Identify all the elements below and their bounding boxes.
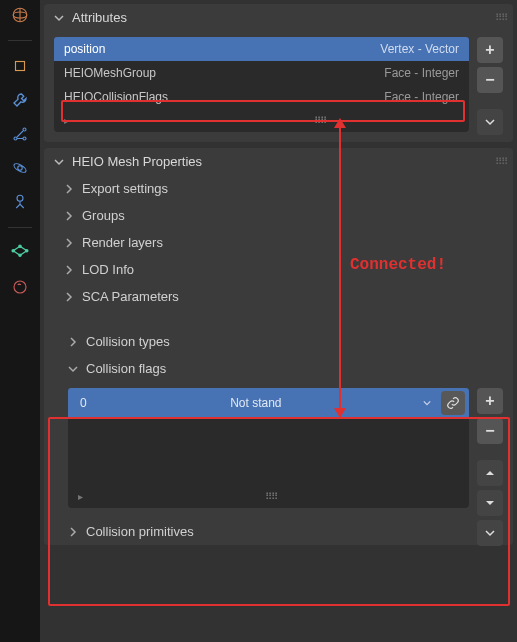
resize-grip-icon[interactable]: ⠿⠿ <box>265 491 277 502</box>
attributes-header[interactable]: Attributes ⠿⠿ <box>44 4 513 31</box>
move-up-button[interactable] <box>477 460 503 486</box>
svg-point-8 <box>17 195 23 201</box>
particles-tab-icon[interactable] <box>9 123 31 145</box>
row-label: SCA Parameters <box>82 289 179 304</box>
svg-point-13 <box>14 281 26 293</box>
collision-flags-list[interactable]: 0 Not stand ▸ ⠿⠿ <box>68 388 469 508</box>
chevron-right-icon <box>66 525 80 539</box>
attributes-panel: Attributes ⠿⠿ + − position Vertex - Vect… <box>44 4 513 142</box>
chevron-down-icon <box>52 11 66 25</box>
row-label: Groups <box>82 208 125 223</box>
list-footer: ▸ ⠿⠿ <box>68 491 469 502</box>
row-label: Collision types <box>86 334 170 349</box>
svg-point-3 <box>14 137 17 140</box>
expand-icon[interactable]: ▸ <box>64 115 69 126</box>
add-flag-button[interactable]: + <box>477 388 503 414</box>
collision-primitives-row[interactable]: Collision primitives <box>58 518 513 545</box>
groups-row[interactable]: Groups <box>44 202 513 229</box>
collision-types-row[interactable]: Collision types <box>58 328 513 355</box>
attribute-type: Face - Integer <box>384 90 459 104</box>
render-layers-row[interactable]: Render layers <box>44 229 513 256</box>
export-settings-row[interactable]: Export settings <box>44 175 513 202</box>
attribute-row[interactable]: position Vertex - Vector <box>54 37 469 61</box>
chevron-right-icon <box>62 182 76 196</box>
row-label: LOD Info <box>82 262 134 277</box>
chevron-right-icon <box>66 335 80 349</box>
row-label: Export settings <box>82 181 168 196</box>
panel-title: HEIO Mesh Properties <box>72 154 505 169</box>
flag-menu-button[interactable] <box>477 520 503 546</box>
remove-flag-button[interactable]: − <box>477 418 503 444</box>
svg-point-7 <box>13 162 28 174</box>
attribute-type: Vertex - Vector <box>380 42 459 56</box>
material-tab-icon[interactable] <box>9 276 31 298</box>
attribute-list[interactable]: position Vertex - Vector HEIOMeshGroup F… <box>54 37 469 132</box>
move-down-button[interactable] <box>477 490 503 516</box>
svg-point-10 <box>12 250 14 252</box>
flag-row[interactable]: 0 Not stand <box>68 388 469 418</box>
attribute-name: HEIOMeshGroup <box>64 66 156 80</box>
properties-main: Attributes ⠿⠿ + − position Vertex - Vect… <box>40 0 517 642</box>
list-footer: ▸ ⠿⠿ <box>54 109 469 132</box>
svg-rect-2 <box>16 62 25 71</box>
sca-parameters-row[interactable]: SCA Parameters <box>44 283 513 310</box>
row-label: Collision primitives <box>86 524 194 539</box>
modifiers-tab-icon[interactable] <box>9 89 31 111</box>
svg-point-9 <box>19 245 21 247</box>
world-tab-icon[interactable] <box>9 4 31 26</box>
drag-grip-icon[interactable]: ⠿⠿ <box>495 12 507 23</box>
link-icon[interactable] <box>441 391 465 415</box>
svg-point-6 <box>18 166 23 171</box>
heio-header[interactable]: HEIO Mesh Properties ⠿⠿ <box>44 148 513 175</box>
heio-panel: HEIO Mesh Properties ⠿⠿ Export settings … <box>44 148 513 545</box>
chevron-right-icon <box>62 209 76 223</box>
physics-tab-icon[interactable] <box>9 157 31 179</box>
row-label: Collision flags <box>86 361 166 376</box>
drag-grip-icon[interactable]: ⠿⠿ <box>495 156 507 167</box>
panel-title: Attributes <box>72 10 505 25</box>
expand-icon[interactable]: ▸ <box>78 491 83 502</box>
attribute-name: HEIOCollisionFlags <box>64 90 168 104</box>
remove-attribute-button[interactable]: − <box>477 67 503 93</box>
chevron-down-icon <box>66 362 80 376</box>
properties-tab-bar <box>0 0 40 642</box>
flag-name: Not stand <box>95 396 417 410</box>
attribute-type: Face - Integer <box>384 66 459 80</box>
chevron-right-icon <box>62 290 76 304</box>
svg-point-4 <box>23 128 26 131</box>
chevron-right-icon <box>62 263 76 277</box>
flag-index: 0 <box>72 396 95 410</box>
svg-point-11 <box>26 250 28 252</box>
svg-point-5 <box>23 137 26 140</box>
mesh-data-tab-icon[interactable] <box>9 242 31 264</box>
chevron-down-icon[interactable] <box>417 396 437 410</box>
attribute-menu-button[interactable] <box>477 109 503 135</box>
object-tab-icon[interactable] <box>9 55 31 77</box>
attribute-row[interactable]: HEIOCollisionFlags Face - Integer <box>54 85 469 109</box>
row-label: Render layers <box>82 235 163 250</box>
chevron-down-icon <box>52 155 66 169</box>
add-attribute-button[interactable]: + <box>477 37 503 63</box>
attribute-row[interactable]: HEIOMeshGroup Face - Integer <box>54 61 469 85</box>
svg-point-12 <box>19 254 21 256</box>
chevron-right-icon <box>62 236 76 250</box>
resize-grip-icon[interactable]: ⠿⠿ <box>314 115 326 126</box>
lod-info-row[interactable]: LOD Info <box>44 256 513 283</box>
collision-flags-row[interactable]: Collision flags <box>58 355 513 382</box>
attribute-name: position <box>64 42 105 56</box>
constraints-tab-icon[interactable] <box>9 191 31 213</box>
